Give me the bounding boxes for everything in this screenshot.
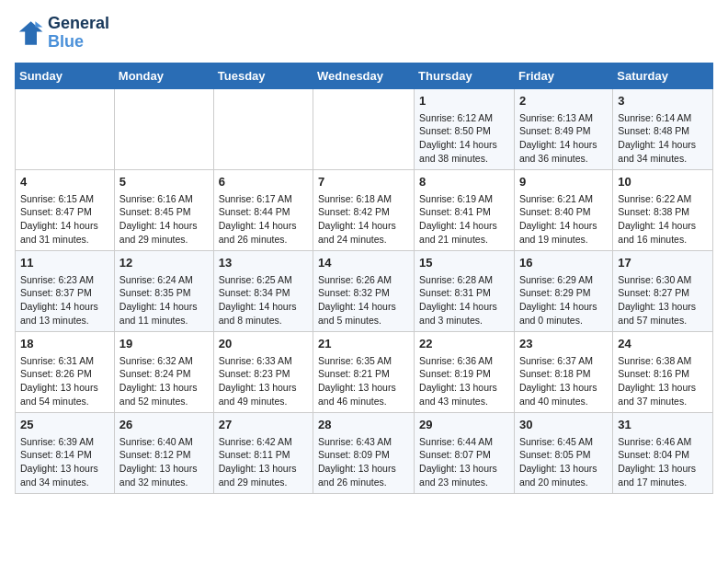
cell-text: Sunset: 8:09 PM (318, 448, 409, 462)
day-number: 1 (419, 93, 509, 109)
cell-text: Daylight: 13 hours (618, 381, 708, 395)
cell-text: Sunrise: 6:24 AM (119, 273, 209, 287)
cell-text: and 29 minutes. (119, 233, 209, 247)
cell-text: Sunset: 8:32 PM (318, 286, 409, 300)
cell-text: Sunrise: 6:40 AM (119, 435, 209, 449)
cell-text: and 29 minutes. (219, 476, 308, 489)
cell-text: Sunrise: 6:32 AM (119, 354, 209, 368)
cell-text: Daylight: 13 hours (618, 462, 708, 476)
day-header-thursday: Thursday (415, 63, 515, 88)
cell-text: Sunset: 8:07 PM (419, 448, 509, 462)
cell-text: Sunrise: 6:26 AM (318, 273, 409, 287)
cell-text: Daylight: 13 hours (219, 381, 308, 395)
day-number: 14 (318, 255, 409, 271)
cell-text: and 8 minutes. (219, 314, 308, 327)
cell-text: and 46 minutes. (318, 395, 409, 408)
day-header-friday: Friday (514, 63, 612, 88)
day-number: 11 (20, 255, 109, 271)
cell-text: Sunset: 8:14 PM (20, 448, 109, 462)
calendar-cell (114, 88, 213, 169)
week-row-4: 18Sunrise: 6:31 AMSunset: 8:26 PMDayligh… (16, 331, 713, 412)
cell-text: Sunrise: 6:21 AM (519, 192, 608, 206)
day-number: 31 (618, 417, 708, 433)
cell-text: Daylight: 13 hours (519, 381, 608, 395)
cell-text: Sunset: 8:45 PM (119, 205, 209, 219)
cell-text: Sunset: 8:26 PM (20, 367, 109, 381)
cell-text: Sunrise: 6:39 AM (20, 435, 109, 449)
cell-text: Daylight: 14 hours (20, 219, 109, 233)
day-number: 27 (219, 417, 308, 433)
cell-text: Daylight: 13 hours (119, 462, 209, 476)
cell-text: Sunset: 8:27 PM (618, 286, 708, 300)
day-number: 5 (119, 174, 209, 190)
day-number: 29 (419, 417, 509, 433)
calendar-cell (16, 88, 115, 169)
cell-text: Daylight: 14 hours (618, 138, 708, 152)
calendar-cell: 11Sunrise: 6:23 AMSunset: 8:37 PMDayligh… (16, 250, 115, 331)
calendar-cell: 13Sunrise: 6:25 AMSunset: 8:34 PMDayligh… (213, 250, 313, 331)
day-number: 9 (519, 174, 608, 190)
cell-text: and 13 minutes. (20, 314, 109, 327)
calendar-cell: 28Sunrise: 6:43 AMSunset: 8:09 PMDayligh… (313, 412, 415, 493)
day-header-tuesday: Tuesday (213, 63, 313, 88)
cell-text: and 3 minutes. (419, 314, 509, 327)
cell-text: Sunset: 8:48 PM (618, 124, 708, 138)
cell-text: Daylight: 14 hours (219, 300, 308, 314)
cell-text: and 37 minutes. (618, 395, 708, 408)
cell-text: Sunset: 8:23 PM (219, 367, 308, 381)
cell-text: Sunrise: 6:14 AM (618, 111, 708, 125)
calendar-cell: 16Sunrise: 6:29 AMSunset: 8:29 PMDayligh… (514, 250, 612, 331)
day-number: 19 (119, 336, 209, 352)
svg-marker-1 (35, 21, 42, 27)
cell-text: Sunrise: 6:45 AM (519, 435, 608, 449)
cell-text: Sunset: 8:34 PM (219, 286, 308, 300)
day-number: 8 (419, 174, 509, 190)
day-number: 2 (519, 93, 608, 109)
cell-text: and 40 minutes. (519, 395, 608, 408)
cell-text: Daylight: 14 hours (318, 300, 409, 314)
calendar-cell: 25Sunrise: 6:39 AMSunset: 8:14 PMDayligh… (16, 412, 115, 493)
day-number: 20 (219, 336, 308, 352)
cell-text: and 38 minutes. (419, 152, 509, 166)
calendar-cell: 9Sunrise: 6:21 AMSunset: 8:40 PMDaylight… (514, 169, 612, 250)
cell-text: Daylight: 14 hours (119, 219, 209, 233)
cell-text: Sunrise: 6:38 AM (618, 354, 708, 368)
cell-text: and 32 minutes. (119, 476, 209, 489)
day-number: 6 (219, 174, 308, 190)
calendar-cell: 7Sunrise: 6:18 AMSunset: 8:42 PMDaylight… (313, 169, 415, 250)
cell-text: and 24 minutes. (318, 233, 409, 247)
cell-text: Sunrise: 6:36 AM (419, 354, 509, 368)
cell-text: Sunrise: 6:31 AM (20, 354, 109, 368)
cell-text: Daylight: 13 hours (419, 381, 509, 395)
cell-text: Sunrise: 6:18 AM (318, 192, 409, 206)
cell-text: Sunrise: 6:43 AM (318, 435, 409, 449)
cell-text: Daylight: 13 hours (519, 462, 608, 476)
cell-text: Sunset: 8:29 PM (519, 286, 608, 300)
calendar-cell: 29Sunrise: 6:44 AMSunset: 8:07 PMDayligh… (415, 412, 515, 493)
calendar-cell: 5Sunrise: 6:16 AMSunset: 8:45 PMDaylight… (114, 169, 213, 250)
cell-text: Sunrise: 6:15 AM (20, 192, 109, 206)
day-header-monday: Monday (114, 63, 213, 88)
cell-text: Daylight: 13 hours (618, 300, 708, 314)
cell-text: Sunset: 8:42 PM (318, 205, 409, 219)
cell-text: Sunrise: 6:35 AM (318, 354, 409, 368)
day-number: 30 (519, 417, 608, 433)
calendar-cell: 17Sunrise: 6:30 AMSunset: 8:27 PMDayligh… (613, 250, 713, 331)
cell-text: Sunrise: 6:19 AM (419, 192, 509, 206)
calendar-cell: 30Sunrise: 6:45 AMSunset: 8:05 PMDayligh… (514, 412, 612, 493)
calendar-cell: 21Sunrise: 6:35 AMSunset: 8:21 PMDayligh… (313, 331, 415, 412)
day-header-sunday: Sunday (16, 63, 115, 88)
cell-text: Sunset: 8:37 PM (20, 286, 109, 300)
calendar-body: 1Sunrise: 6:12 AMSunset: 8:50 PMDaylight… (16, 88, 713, 493)
calendar-header-row: SundayMondayTuesdayWednesdayThursdayFrid… (16, 63, 713, 88)
page-header: General Blue (15, 15, 713, 52)
day-number: 10 (618, 174, 708, 190)
calendar-cell (213, 88, 313, 169)
cell-text: Sunrise: 6:29 AM (519, 273, 608, 287)
day-number: 15 (419, 255, 509, 271)
cell-text: Daylight: 14 hours (318, 219, 409, 233)
cell-text: Sunset: 8:44 PM (219, 205, 308, 219)
day-number: 3 (618, 93, 708, 109)
calendar-cell: 15Sunrise: 6:28 AMSunset: 8:31 PMDayligh… (415, 250, 515, 331)
week-row-2: 4Sunrise: 6:15 AMSunset: 8:47 PMDaylight… (16, 169, 713, 250)
